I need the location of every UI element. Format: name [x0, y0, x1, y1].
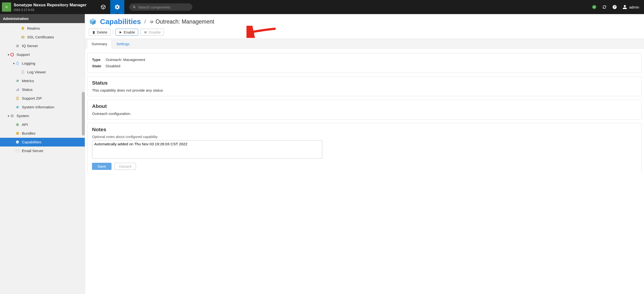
- gear-icon: [114, 4, 120, 10]
- search-icon: [132, 5, 136, 9]
- admin-mode-button[interactable]: [110, 0, 124, 14]
- header-mode-switcher: [96, 0, 124, 14]
- svg-text:?: ?: [614, 5, 616, 9]
- browse-mode-button[interactable]: [96, 0, 110, 14]
- refresh-icon[interactable]: [602, 5, 607, 10]
- product-name: Sonatype Nexus Repository Manager: [14, 3, 86, 8]
- help-icon[interactable]: ?: [612, 5, 617, 10]
- search-input[interactable]: [138, 5, 189, 9]
- product-logo: [2, 3, 11, 12]
- cube-icon: [100, 4, 106, 10]
- app-header: Sonatype Nexus Repository Manager OSS 3.…: [0, 0, 644, 14]
- brand-block: Sonatype Nexus Repository Manager OSS 3.…: [14, 3, 86, 12]
- user-menu[interactable]: admin: [622, 5, 639, 10]
- product-version: OSS 3.17.0-01: [14, 8, 86, 12]
- username-label: admin: [629, 5, 639, 9]
- header-right: ? admin: [592, 5, 644, 10]
- search-box[interactable]: [129, 4, 192, 11]
- user-icon: [622, 5, 627, 10]
- health-ok-icon[interactable]: [592, 5, 597, 10]
